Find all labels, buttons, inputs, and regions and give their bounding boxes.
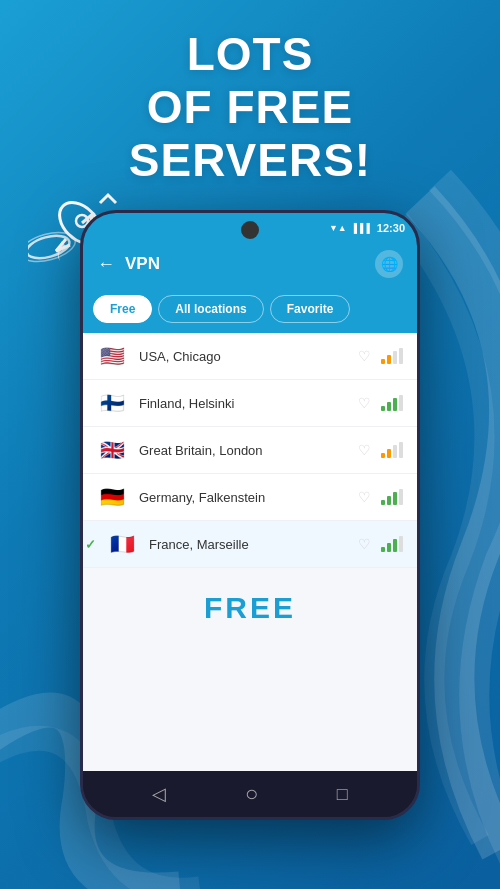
server-item-finland[interactable]: 🇫🇮 Finland, Helsinki ♡ <box>83 380 417 427</box>
server-item-usa[interactable]: 🇺🇸 USA, Chicago ♡ <box>83 333 417 380</box>
flag-gb: 🇬🇧 <box>97 439 127 461</box>
server-item-gb[interactable]: 🇬🇧 Great Britain, London ♡ <box>83 427 417 474</box>
free-label: FREE <box>204 591 296 625</box>
vpn-header: ← VPN 🌐 <box>83 241 417 287</box>
back-button[interactable]: ← <box>97 254 115 275</box>
signal-icon: ▼▲ <box>329 223 347 233</box>
wifi-bars: ▐▐▐ <box>351 223 370 233</box>
phone-container: ▼▲ ▐▐▐ 12:30 ← VPN 🌐 Free All locations … <box>80 210 420 820</box>
globe-icon[interactable]: 🌐 <box>375 250 403 278</box>
tab-free[interactable]: Free <box>93 295 152 323</box>
screen-content: ▼▲ ▐▐▐ 12:30 ← VPN 🌐 Free All locations … <box>83 213 417 771</box>
headline-line3: servers! <box>129 134 371 186</box>
signal-bars-germany <box>381 489 403 505</box>
server-item-germany[interactable]: 🇩🇪 Germany, Falkenstein ♡ <box>83 474 417 521</box>
signal-bars-gb <box>381 442 403 458</box>
heart-icon-usa[interactable]: ♡ <box>358 348 371 364</box>
flag-usa: 🇺🇸 <box>97 345 127 367</box>
free-section: FREE <box>83 568 417 648</box>
server-name-gb: Great Britain, London <box>139 443 358 458</box>
signal-bars-france <box>381 536 403 552</box>
server-name-france: France, Marseille <box>149 537 358 552</box>
selected-checkmark: ✓ <box>85 537 96 552</box>
nav-recent[interactable]: □ <box>337 784 348 805</box>
server-name-germany: Germany, Falkenstein <box>139 490 358 505</box>
heart-icon-france[interactable]: ♡ <box>358 536 371 552</box>
status-time: 12:30 <box>377 222 405 234</box>
phone: ▼▲ ▐▐▐ 12:30 ← VPN 🌐 Free All locations … <box>80 210 420 820</box>
server-list: 🇺🇸 USA, Chicago ♡ 🇫🇮 Finland, Helsinki ♡ <box>83 333 417 771</box>
headline: Lots of free servers! <box>0 28 500 187</box>
flag-finland: 🇫🇮 <box>97 392 127 414</box>
heart-icon-finland[interactable]: ♡ <box>358 395 371 411</box>
headline-line1: Lots <box>187 28 314 80</box>
tab-all-locations[interactable]: All locations <box>158 295 263 323</box>
flag-germany: 🇩🇪 <box>97 486 127 508</box>
flag-france: 🇫🇷 <box>107 533 137 555</box>
signal-bars-finland <box>381 395 403 411</box>
vpn-title: VPN <box>125 254 375 274</box>
status-icons: ▼▲ ▐▐▐ 12:30 <box>329 222 405 234</box>
bottom-nav: ◁ ○ □ <box>83 771 417 817</box>
nav-home[interactable]: ○ <box>245 781 258 807</box>
tab-favorite[interactable]: Favorite <box>270 295 351 323</box>
phone-camera <box>241 221 259 239</box>
signal-bars-usa <box>381 348 403 364</box>
heart-icon-gb[interactable]: ♡ <box>358 442 371 458</box>
server-name-usa: USA, Chicago <box>139 349 358 364</box>
tab-bar: Free All locations Favorite <box>83 287 417 333</box>
server-item-france[interactable]: ✓ 🇫🇷 France, Marseille ♡ <box>83 521 417 568</box>
server-name-finland: Finland, Helsinki <box>139 396 358 411</box>
nav-back[interactable]: ◁ <box>152 783 166 805</box>
heart-icon-germany[interactable]: ♡ <box>358 489 371 505</box>
headline-line2: of free <box>147 81 353 133</box>
svg-point-3 <box>28 227 78 267</box>
